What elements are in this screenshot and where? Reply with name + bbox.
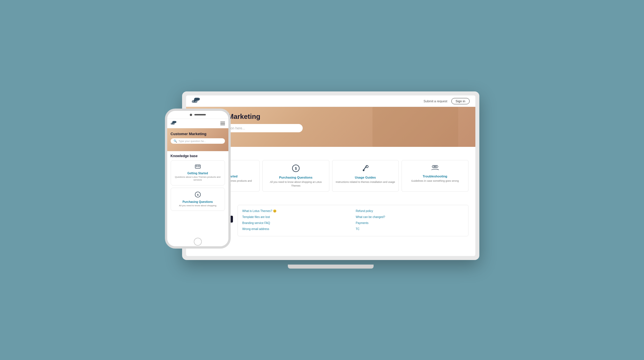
kb-section-title: Knowledge base: [193, 151, 468, 157]
svg-point-6: [363, 169, 364, 171]
kb-card-usage[interactable]: Usage Guides Instructions related to the…: [332, 160, 399, 192]
article-link-8[interactable]: TC: [356, 227, 464, 231]
phone-header: [167, 119, 228, 128]
phone-purchasing-title: Purchasing Questions: [173, 200, 222, 203]
phone-getting-started-icon: [173, 164, 222, 171]
zendesk-logo: [192, 97, 200, 105]
article-link-6[interactable]: Payments: [356, 221, 464, 225]
purchasing-desc: All you need to know about shopping at L…: [266, 180, 326, 187]
article-link-2[interactable]: Refund policy: [356, 209, 464, 213]
phone-notch: [167, 111, 228, 119]
article-link-3[interactable]: Template files are lost: [242, 215, 350, 219]
svg-point-9: [434, 165, 436, 168]
troubleshooting-desc: Guidelines in case something goes wrong: [405, 179, 465, 183]
troubleshooting-title: Troubleshooting: [405, 175, 465, 178]
articles-list: What is Lotus Themes? 😊 Refund policy Te…: [238, 205, 468, 236]
phone-getting-started-title: Getting Started: [173, 172, 222, 175]
phone-search-icon: 🔍: [174, 139, 177, 143]
phone-speaker: [194, 114, 206, 115]
hamburger-line-1: [220, 122, 225, 122]
svg-text:$: $: [295, 167, 297, 171]
phone-bottom: [167, 237, 228, 246]
svg-point-12: [198, 165, 200, 167]
purchasing-icon: $: [266, 164, 326, 174]
phone-getting-started-desc: Questions about Lotus Themes products an…: [173, 176, 222, 182]
hamburger-line-2: [220, 123, 225, 124]
svg-rect-10: [195, 165, 200, 168]
scene: Submit a request Sign in Customer Market…: [165, 91, 479, 269]
submit-request-link[interactable]: Submit a request: [424, 99, 447, 103]
laptop-screen-header: Submit a request Sign in: [186, 95, 475, 107]
phone-device: Customer Marketing 🔍 Type your question …: [165, 109, 231, 249]
phone-purchasing-icon: $: [173, 191, 222, 199]
hero-title: Customer Marketing: [194, 113, 467, 121]
usage-desc: Instructions related to themes installat…: [335, 180, 396, 184]
laptop-base: [288, 265, 374, 269]
header-right: Submit a request Sign in: [424, 98, 470, 104]
phone-search-bar[interactable]: 🔍 Type your question he...: [171, 138, 225, 144]
article-link-1[interactable]: What is Lotus Themes? 😊: [242, 209, 350, 213]
article-link-7[interactable]: Wrong email address: [242, 227, 350, 231]
phone-main: Knowledge base Getting Started Questions…: [167, 151, 228, 237]
usage-title: Usage Guides: [335, 176, 396, 179]
hamburger-line-3: [220, 125, 225, 125]
article-link-5[interactable]: Branding service FAQ: [242, 221, 350, 225]
purchasing-title: Purchasing Questions: [266, 176, 326, 179]
phone-card-purchasing[interactable]: $ Purchasing Questions All you need to k…: [171, 188, 225, 211]
svg-text:$: $: [197, 193, 199, 196]
kb-cards-grid: Getting Started Questions about Lotus Th…: [193, 160, 468, 192]
filter-area: Clear all 3 Region ▲ AMER: [193, 205, 468, 236]
phone-content: Customer Marketing 🔍 Type your question …: [167, 119, 228, 237]
phone-card-getting-started[interactable]: Getting Started Questions about Lotus Th…: [171, 160, 225, 185]
filter-section-title: Filter Use Cases: [193, 197, 468, 202]
phone-search-placeholder: Type your question he...: [179, 140, 206, 143]
kb-card-purchasing[interactable]: $ Purchasing Questions All you need to k…: [262, 160, 329, 192]
troubleshooting-icon: [405, 164, 465, 173]
phone-home-button[interactable]: [194, 238, 202, 246]
phone-frame: Customer Marketing 🔍 Type your question …: [165, 109, 231, 249]
usage-icon: [335, 164, 396, 174]
phone-camera: [190, 114, 192, 116]
phone-purchasing-desc: All you need to know about shopping: [173, 204, 222, 207]
phone-hero: Customer Marketing 🔍 Type your question …: [167, 128, 228, 151]
sign-in-button[interactable]: Sign in: [451, 98, 470, 104]
phone-hero-title: Customer Marketing: [171, 132, 225, 136]
hamburger-menu[interactable]: [220, 122, 225, 125]
article-link-4[interactable]: What can be changed?: [356, 215, 464, 219]
kb-card-troubleshooting[interactable]: Troubleshooting Guidelines in case somet…: [402, 160, 468, 192]
svg-point-11: [196, 165, 198, 167]
phone-zendesk-logo: [171, 121, 176, 126]
phone-kb-title: Knowledge base: [171, 154, 225, 158]
